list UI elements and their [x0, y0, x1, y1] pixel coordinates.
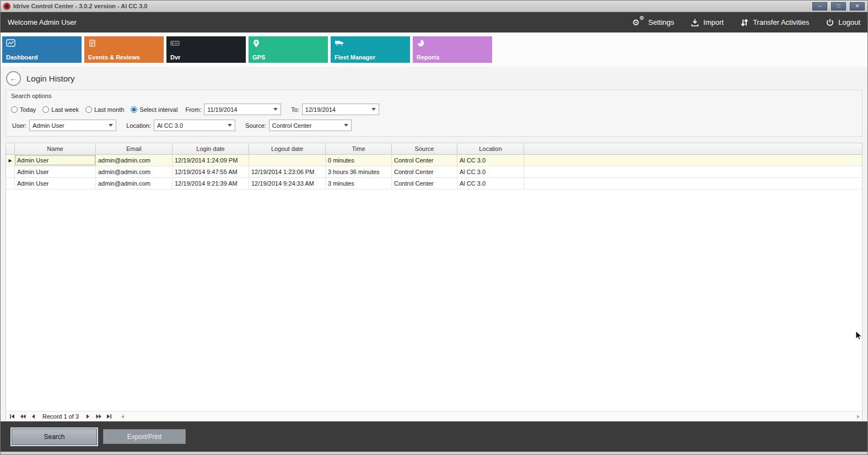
cell-name[interactable]: Admin User — [15, 166, 96, 177]
date-filter-row: Today Last week Last month Select interv… — [11, 104, 857, 115]
table-row[interactable]: ▶ Admin User admin@admin.com 12/19/2014 … — [6, 155, 862, 166]
search-button[interactable]: Search — [12, 429, 97, 445]
minimize-icon: – — [818, 3, 821, 9]
radio-last-week-label: Last week — [51, 106, 79, 113]
tile-fleet-manager[interactable]: Fleet Manager — [331, 36, 410, 63]
row-indicator — [6, 178, 15, 189]
settings-label: Settings — [648, 18, 674, 26]
clipboard-icon — [88, 39, 160, 47]
cell-email[interactable]: admin@admin.com — [96, 155, 172, 166]
table-row[interactable]: Admin User admin@admin.com 12/19/2014 9:… — [6, 166, 862, 178]
prev-page-button[interactable] — [18, 413, 27, 420]
radio-today-input[interactable] — [11, 106, 18, 113]
settings-button[interactable]: ⚙⚙ Settings — [632, 17, 674, 28]
cell-email[interactable]: admin@admin.com — [96, 166, 172, 177]
tile-reports[interactable]: Reports — [413, 36, 492, 63]
horizontal-scrollbar[interactable] — [121, 411, 860, 421]
prev-record-button[interactable] — [29, 413, 37, 420]
cell-logout-date[interactable] — [249, 155, 326, 166]
next-record-button[interactable] — [84, 413, 93, 420]
radio-last-month[interactable]: Last month — [85, 106, 124, 113]
line-chart-icon — [6, 39, 78, 47]
cell-time[interactable]: 3 minutes — [326, 178, 392, 189]
table-row[interactable]: Admin User admin@admin.com 12/19/2014 9:… — [6, 178, 862, 189]
source-value: Control Center — [272, 122, 312, 129]
radio-select-interval-input[interactable] — [131, 106, 137, 113]
radio-last-month-input[interactable] — [85, 106, 92, 113]
tile-label: Dvr — [170, 54, 242, 61]
radio-today[interactable]: Today — [11, 106, 36, 113]
next-page-button[interactable] — [94, 413, 103, 420]
from-date-select[interactable]: 11/19/2014 — [204, 104, 281, 115]
cell-logout-date[interactable]: 12/19/2014 9:24:33 AM — [249, 178, 326, 189]
column-header-source[interactable]: Source — [392, 143, 457, 154]
truck-icon — [335, 39, 406, 47]
location-select[interactable]: Al CC 3.0 — [154, 120, 235, 131]
scroll-left-icon — [121, 414, 125, 419]
column-header-login-date[interactable]: Login date — [172, 143, 249, 154]
column-header-filler — [524, 143, 862, 154]
minimize-button[interactable]: – — [812, 2, 827, 10]
row-indicator — [6, 166, 15, 177]
to-date-select[interactable]: 12/19/2014 — [302, 104, 379, 115]
scroll-left-button[interactable] — [121, 414, 125, 419]
first-record-icon — [9, 414, 15, 419]
cell-login-date[interactable]: 12/19/2014 1:24:09 PM — [172, 155, 249, 166]
scroll-right-icon — [856, 414, 860, 419]
gears-icon: ⚙⚙ — [632, 17, 644, 28]
first-record-button[interactable] — [8, 413, 17, 420]
cell-name[interactable]: Admin User — [15, 178, 96, 189]
next-page-icon — [96, 414, 102, 419]
row-indicator: ▶ — [6, 155, 15, 166]
column-header-logout-date[interactable]: Logout date — [249, 143, 326, 154]
column-header-time[interactable]: Time — [326, 143, 392, 154]
cell-source[interactable]: Control Center — [392, 178, 457, 189]
export-print-button[interactable]: Export/Print — [103, 429, 186, 444]
tile-events-reviews[interactable]: Events & Reviews — [84, 36, 164, 63]
cell-logout-date[interactable]: 12/19/2014 1:23:06 PM — [249, 166, 326, 177]
maximize-button[interactable]: □ — [831, 2, 846, 10]
maximize-icon: □ — [837, 3, 840, 9]
import-icon — [691, 18, 699, 27]
page-header: ← Login History — [1, 67, 867, 90]
cell-name[interactable]: Admin User — [15, 155, 96, 166]
cell-location[interactable]: Al CC 3.0 — [457, 178, 524, 189]
module-tiles: Dashboard Events & Reviews Dvr — [1, 32, 867, 67]
tile-gps[interactable]: GPS — [249, 36, 328, 63]
window-title: Idrive Control Center - 3.0.2 version - … — [13, 3, 808, 9]
cell-time[interactable]: 0 minutes — [326, 155, 392, 166]
chevron-down-icon — [109, 124, 113, 127]
cell-time[interactable]: 3 hours 36 minutes — [326, 166, 392, 177]
radio-last-week[interactable]: Last week — [42, 106, 79, 113]
user-select[interactable]: Admin User — [29, 120, 116, 131]
current-row-arrow-icon: ▶ — [8, 158, 12, 163]
radio-last-week-input[interactable] — [42, 106, 49, 113]
cell-location[interactable]: Al CC 3.0 — [457, 166, 524, 177]
last-record-button[interactable] — [105, 413, 114, 420]
chevron-down-icon — [273, 108, 278, 111]
cell-location[interactable]: Al CC 3.0 — [457, 155, 524, 166]
transfer-activities-button[interactable]: Transfer Activities — [740, 18, 809, 27]
app-logo-icon — [3, 3, 10, 10]
back-arrow-icon: ← — [9, 73, 18, 83]
login-history-grid: Name Email Login date Logout date Time S… — [6, 143, 862, 421]
tile-dvr[interactable]: Dvr — [166, 36, 246, 63]
column-header-name[interactable]: Name — [15, 143, 96, 154]
cell-source[interactable]: Control Center — [392, 155, 457, 166]
tile-dashboard[interactable]: Dashboard — [2, 36, 82, 63]
cell-login-date[interactable]: 12/19/2014 9:21:39 AM — [172, 178, 249, 189]
import-button[interactable]: Import — [691, 18, 724, 27]
radio-select-interval[interactable]: Select interval — [131, 106, 177, 113]
column-header-email[interactable]: Email — [96, 143, 172, 154]
scroll-right-button[interactable] — [856, 414, 860, 419]
column-header-location[interactable]: Location — [457, 143, 524, 154]
source-select[interactable]: Control Center — [269, 120, 352, 131]
back-button[interactable]: ← — [6, 71, 21, 86]
user-label: User: — [12, 122, 26, 129]
cell-email[interactable]: admin@admin.com — [96, 178, 172, 189]
logout-button[interactable]: Logout — [826, 18, 860, 27]
cell-login-date[interactable]: 12/19/2014 9:47:55 AM — [172, 166, 249, 177]
cell-source[interactable]: Control Center — [392, 166, 457, 177]
chevron-down-icon — [228, 124, 232, 127]
close-button[interactable]: ✕ — [850, 2, 865, 10]
